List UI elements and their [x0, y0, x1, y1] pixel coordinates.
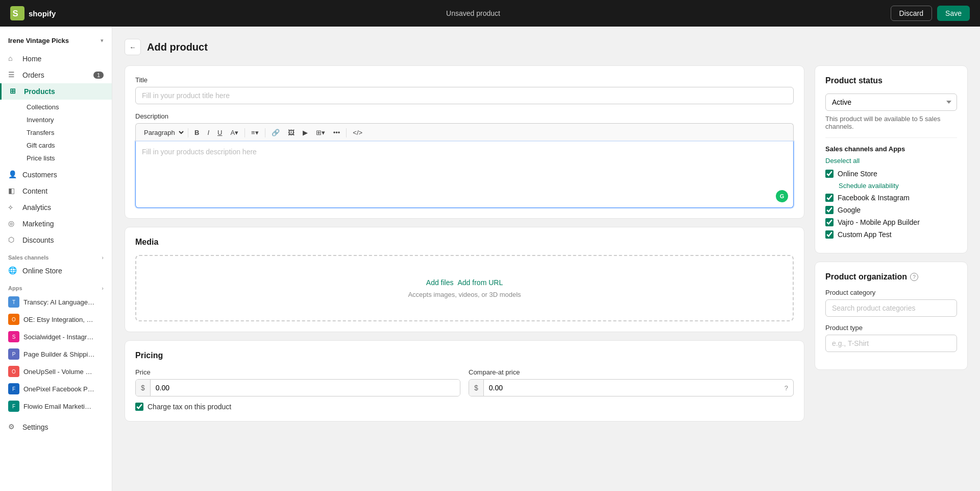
- topbar-actions: Discard Save: [891, 6, 970, 21]
- back-button[interactable]: ←: [125, 39, 141, 55]
- sidebar-item-inventory[interactable]: Inventory: [22, 113, 112, 126]
- rte-toolbar: Paragraph B I U A▾ ≡▾ 🔗 🖼 ▶ ⊞▾: [135, 123, 794, 142]
- rte-body[interactable]: Fill in your products description here G: [135, 142, 794, 208]
- price-input[interactable]: [151, 380, 460, 396]
- rte-underline-button[interactable]: U: [214, 127, 226, 138]
- rte-bold-button[interactable]: B: [191, 127, 203, 138]
- channel-checkbox-custom-app[interactable]: [825, 230, 834, 239]
- sidebar-item-home[interactable]: ⌂ Home: [0, 51, 112, 67]
- sidebar-item-label-discounts: Discounts: [22, 236, 54, 244]
- apps-label: Apps: [8, 285, 22, 291]
- rte-placeholder: Fill in your products description here: [142, 148, 257, 156]
- rte-divider-2: [244, 128, 245, 137]
- compare-price-input[interactable]: [484, 380, 779, 396]
- products-icon: ⊞: [10, 87, 19, 96]
- type-input[interactable]: [825, 335, 957, 352]
- rte-source-button[interactable]: </>: [349, 127, 366, 138]
- compare-price-help-icon[interactable]: ?: [779, 380, 793, 396]
- sidebar-app-socialwidget[interactable]: S Socialwidget - Instagra...: [0, 328, 112, 345]
- rte-divider-3: [265, 128, 265, 137]
- sidebar-item-transfers[interactable]: Transfers: [22, 126, 112, 139]
- sidebar-item-online-store[interactable]: 🌐 Online Store: [0, 263, 112, 279]
- channel-item-facebook: Facebook & Instagram: [825, 194, 957, 202]
- rte-italic-button[interactable]: I: [204, 127, 213, 138]
- channel-checkbox-facebook[interactable]: [825, 194, 834, 202]
- title-description-card: Title Description Paragraph B I U A▾ ≡▾: [125, 65, 804, 219]
- price-currency-symbol: $: [136, 380, 151, 396]
- flowio-label: Flowio Email Marketing...: [23, 403, 95, 410]
- sidebar-item-collections[interactable]: Collections: [22, 101, 112, 113]
- status-separator: [825, 137, 957, 138]
- sidebar-item-label-home: Home: [22, 55, 41, 63]
- sidebar-app-oe-etsy[interactable]: O OE: Etsy Integration, Im...: [0, 311, 112, 328]
- price-field: Price $: [135, 368, 460, 396]
- sidebar-item-settings[interactable]: ⚙ Settings: [0, 419, 112, 435]
- product-org-card: Product organization ? Product category …: [815, 262, 968, 370]
- sidebar-app-flowio[interactable]: F Flowio Email Marketing...: [0, 398, 112, 415]
- rte-video-button[interactable]: ▶: [299, 127, 311, 138]
- content-grid: Title Description Paragraph B I U A▾ ≡▾: [125, 65, 968, 430]
- discard-button[interactable]: Discard: [891, 6, 932, 21]
- rte-link-button[interactable]: 🔗: [268, 127, 283, 138]
- flowio-icon: F: [8, 401, 19, 412]
- sidebar-item-label-orders: Orders: [22, 71, 44, 79]
- add-from-url-link[interactable]: Add from URL: [458, 278, 503, 287]
- rte-paragraph-select[interactable]: Paragraph: [140, 127, 185, 138]
- rte-divider-1: [188, 128, 188, 137]
- socialwidget-label: Socialwidget - Instagra...: [23, 333, 95, 341]
- page-header: ← Add product: [125, 39, 968, 55]
- sales-channels-section-label: Sales channels ›: [0, 248, 112, 263]
- channel-checkbox-vajro[interactable]: [825, 218, 834, 226]
- main-content: ← Add product Title Description Paragrap…: [112, 27, 980, 491]
- onepixel-label: OnePixel Facebook Pixe...: [23, 385, 95, 393]
- sidebar-item-discounts[interactable]: ⬡ Discounts: [0, 232, 112, 248]
- sidebar-app-page-builder[interactable]: P Page Builder & Shippin...: [0, 345, 112, 363]
- pricing-grid: Price $ Compare-at price $ ?: [135, 368, 794, 396]
- product-status-title: Product status: [825, 76, 957, 85]
- sidebar-item-gift-cards[interactable]: Gift cards: [22, 139, 112, 152]
- topbar: S shopify Unsaved product Discard Save: [0, 0, 980, 27]
- sidebar-item-marketing[interactable]: ◎ Marketing: [0, 216, 112, 232]
- store-switcher[interactable]: Irene Vintage Picks ▾: [0, 33, 112, 49]
- media-dropzone[interactable]: Add files Add from URL Accepts images, v…: [135, 255, 794, 321]
- sidebar-item-orders[interactable]: ☰ Orders 1: [0, 67, 112, 83]
- transcy-label: Transcy: AI Language Tr...: [23, 298, 95, 306]
- rte-image-button[interactable]: 🖼: [284, 127, 298, 138]
- channel-label-facebook: Facebook & Instagram: [838, 194, 910, 202]
- save-button[interactable]: Save: [937, 6, 970, 21]
- product-status-select[interactable]: Active Draft: [825, 93, 957, 111]
- sidebar-item-products[interactable]: ⊞ Products: [0, 83, 112, 100]
- sidebar-item-label-content: Content: [22, 187, 47, 195]
- deselect-all-link[interactable]: Deselect all: [825, 157, 957, 165]
- right-column: Product status Active Draft This product…: [815, 65, 968, 430]
- rte-font-color-button[interactable]: A▾: [227, 127, 242, 138]
- charge-tax-checkbox[interactable]: [135, 403, 143, 411]
- category-input[interactable]: [825, 299, 957, 317]
- customers-icon: 👤: [8, 170, 17, 179]
- title-label: Title: [135, 76, 794, 84]
- discounts-icon: ⬡: [8, 236, 17, 245]
- channel-checkbox-online-store[interactable]: [825, 170, 834, 178]
- channel-checkbox-google[interactable]: [825, 206, 834, 214]
- shopify-logo: S shopify: [10, 6, 56, 20]
- sidebar-app-oneup[interactable]: O OneUpSell - Volume Dis...: [0, 363, 112, 380]
- status-hint: This product will be available to 5 sale…: [825, 115, 957, 130]
- rte-more-button[interactable]: •••: [330, 127, 344, 138]
- rte-align-button[interactable]: ≡▾: [248, 127, 262, 138]
- product-status-card: Product status Active Draft This product…: [815, 65, 968, 253]
- sidebar-item-content[interactable]: ◧ Content: [0, 183, 112, 199]
- org-help-icon[interactable]: ?: [910, 273, 918, 281]
- page-title: Add product: [147, 41, 208, 53]
- add-files-link[interactable]: Add files: [426, 278, 454, 287]
- charge-tax-row: Charge tax on this product: [135, 403, 794, 411]
- media-links: Add files Add from URL: [426, 278, 503, 287]
- sidebar-item-analytics[interactable]: ⟡ Analytics: [0, 199, 112, 216]
- sidebar-app-transcy[interactable]: T Transcy: AI Language Tr...: [0, 293, 112, 311]
- sidebar-item-customers[interactable]: 👤 Customers: [0, 167, 112, 183]
- sidebar-item-price-lists[interactable]: Price lists: [22, 152, 112, 165]
- title-input[interactable]: [135, 87, 794, 104]
- schedule-availability-link[interactable]: Schedule availability: [839, 182, 957, 190]
- sales-channels-arrow-icon: ›: [102, 254, 104, 261]
- sidebar-app-onepixel[interactable]: F OnePixel Facebook Pixe...: [0, 380, 112, 398]
- rte-table-button[interactable]: ⊞▾: [312, 127, 329, 138]
